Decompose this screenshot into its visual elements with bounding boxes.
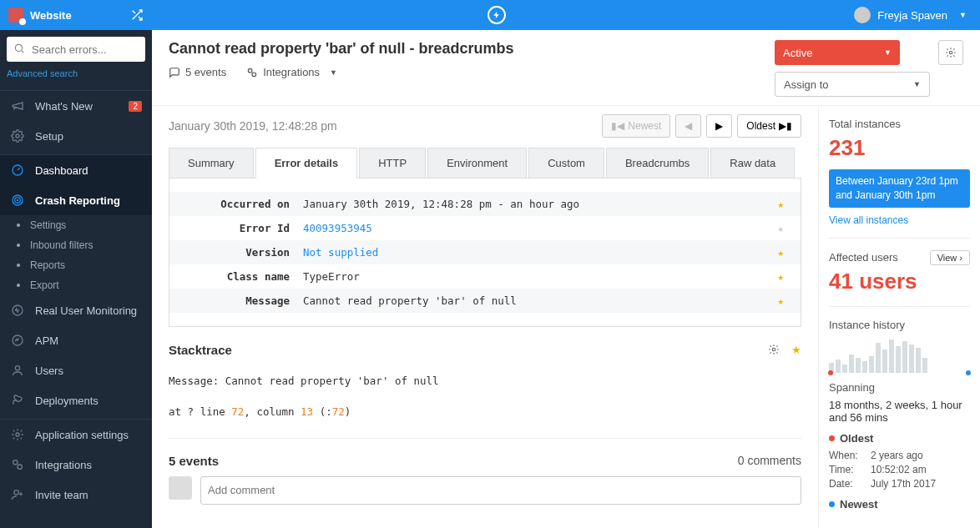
tab-breadcrumbs[interactable]: Breadcrumbs [606,148,709,178]
svg-point-10 [13,460,18,465]
spark-bar [916,348,921,373]
sidebar-item-setup[interactable]: Setup [0,121,152,151]
chevron-left-icon: ◀ [684,120,692,132]
sidebar: Advanced search What's New 2 Setup Dashb… [0,30,152,528]
caret-down-icon: ▼ [913,80,921,88]
sidebar-label: Setup [35,130,63,143]
svg-point-9 [16,433,19,436]
svg-point-1 [16,134,19,138]
sidebar-item-apm[interactable]: APM [0,325,152,355]
spark-bar [882,349,887,373]
apm-icon [10,334,25,347]
detail-row-errorid: Error Id 40093953945 ★ [169,216,801,240]
app-name: Website [30,9,130,22]
status-dropdown[interactable]: Active ▼ [775,40,900,65]
tab-summary[interactable]: Summary [169,148,254,178]
svg-point-0 [15,44,22,51]
add-user-icon [10,488,25,501]
svg-point-8 [15,366,19,370]
total-instances-label: Total instances [829,118,970,130]
star-icon[interactable]: ★ [777,246,784,259]
dot-oldest-icon [828,370,833,375]
stacktrace-settings[interactable] [763,339,785,360]
newest-header: Newest [829,498,970,510]
spark-bar [922,358,927,373]
kv-time: Time:10:52:02 am [829,464,970,475]
sidebar-sub-export[interactable]: Export [0,275,152,295]
sidebar-sub-inbound[interactable]: Inbound filters [0,235,152,255]
comment-row [169,476,801,505]
tab-custom[interactable]: Custom [528,148,604,178]
stacktrace-header: Stacktrace ★ [169,327,801,367]
sidebar-item-integrations[interactable]: Integrations [0,450,152,480]
app-switcher[interactable]: Website [0,8,152,23]
chevron-right-icon: ▶ [715,120,723,132]
sidebar-label: Integrations [35,459,92,471]
kv-when: When:2 years ago [829,450,970,461]
sidebar-item-dashboard[interactable]: Dashboard [0,155,152,185]
sidebar-item-crash-reporting[interactable]: Crash Reporting [0,185,152,215]
gears-icon [10,458,25,471]
assign-dropdown[interactable]: Assign to ▼ [775,72,930,97]
app-logo-icon [8,8,23,23]
sidebar-sub-settings[interactable]: Settings [0,215,152,235]
version-link[interactable]: Not supplied [303,246,378,259]
affected-users-label: Affected users [829,251,898,264]
first-icon: ▮◀ [611,120,624,132]
spark-bar [862,361,867,373]
detail-row-class: Class name TypeError ★ [169,264,801,289]
spark-bar [909,344,914,373]
side-panel: Total instances 231 Between January 23rd… [818,105,980,528]
view-button[interactable]: View› [930,250,970,265]
bolt-icon[interactable] [487,6,506,24]
comment-input[interactable] [200,476,801,505]
sidebar-label: Deployments [35,395,99,407]
star-icon[interactable]: ★ [777,222,784,234]
tab-raw-data[interactable]: Raw data [710,148,795,178]
user-icon [10,364,25,377]
star-icon[interactable]: ★ [777,294,784,307]
megaphone-icon [10,99,25,113]
star-icon[interactable]: ★ [777,198,784,210]
user-menu[interactable]: Freyja Spaven ▼ [841,7,980,23]
sidebar-item-users[interactable]: Users [0,355,152,385]
spark-bar [896,346,901,373]
next-button[interactable]: ▶ [706,114,732,138]
target-icon [10,194,25,207]
shuffle-icon[interactable] [130,8,144,22]
svg-point-15 [949,51,952,54]
last-icon: ▶▮ [779,120,792,132]
page-header: Cannot read property 'bar' of null - bre… [152,30,980,100]
advanced-search-link[interactable]: Advanced search [0,68,152,87]
sidebar-item-whatsnew[interactable]: What's New 2 [0,91,152,121]
settings-button[interactable] [938,40,963,65]
instance-history-label: Instance history [829,319,970,331]
sidebar-sub-reports[interactable]: Reports [0,255,152,275]
sidebar-item-deployments[interactable]: Deployments [0,385,152,415]
dot-blue-icon [829,501,835,507]
events-count[interactable]: 5 events [169,66,226,78]
search-input[interactable] [7,37,145,62]
sidebar-label: APM [35,334,58,347]
tab-environment[interactable]: Environment [427,148,527,178]
sidebar-item-app-settings[interactable]: Application settings [0,420,152,450]
sidebar-label: Real User Monitoring [35,304,137,317]
star-icon[interactable]: ★ [777,270,784,283]
sidebar-item-rum[interactable]: Real User Monitoring [0,295,152,325]
integrations-dropdown[interactable]: Integrations ▼ [246,66,337,78]
sparkline-chart [829,338,970,373]
main: Cannot read property 'bar' of null - bre… [152,30,980,528]
stacktrace-body: Message: Cannot read property 'bar' of n… [169,367,801,439]
view-all-link[interactable]: View all instances [829,214,970,226]
oldest-button[interactable]: Oldest▶▮ [737,114,801,138]
sidebar-item-invite[interactable]: Invite team [0,480,152,510]
date-range-pill[interactable]: Between January 23rd 1pm and January 30t… [829,169,970,208]
star-icon[interactable]: ★ [791,344,801,356]
tab-http[interactable]: HTTP [359,148,426,178]
timestamp: January 30th 2019, 12:48:28 pm [169,119,602,133]
tab-error-details[interactable]: Error details [255,148,358,179]
spanning-label: Spanning [829,381,970,394]
error-id-link[interactable]: 40093953945 [303,222,372,234]
comments-count: 0 comments [738,454,801,468]
events-count-h: 5 events [169,454,219,468]
